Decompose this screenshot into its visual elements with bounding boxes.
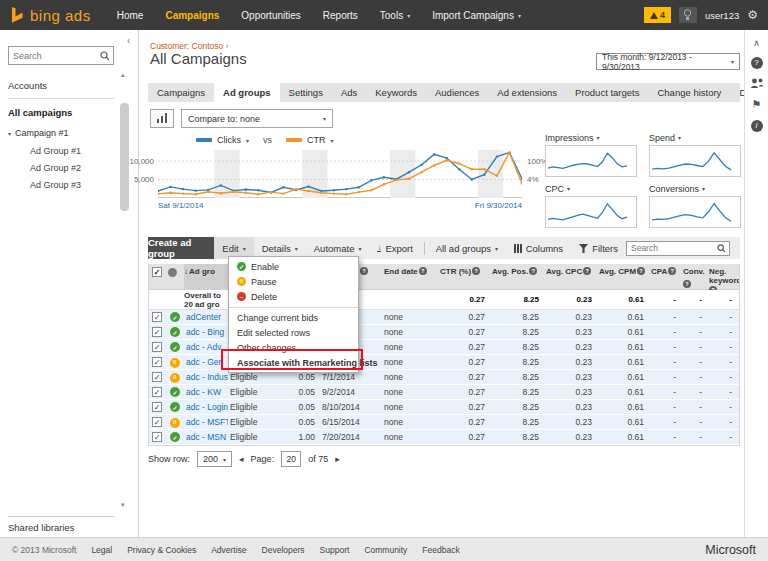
nav-home[interactable]: Home	[117, 10, 144, 21]
page-number-input[interactable]: 20	[281, 451, 301, 467]
help-icon[interactable]: ?	[709, 286, 717, 290]
tab-keywords[interactable]: Keywords	[366, 83, 426, 102]
sidebar-item-shared-libraries[interactable]: Shared libraries	[8, 522, 75, 533]
sidebar-search-input[interactable]	[9, 51, 100, 61]
scrollbar-up-icon[interactable]: ▴	[121, 71, 125, 79]
footer-link-advertise[interactable]: Advertise	[211, 545, 246, 555]
export-button[interactable]: ↓Export	[369, 237, 420, 259]
columns-button[interactable]: Columns	[506, 237, 571, 259]
menu-item-edit-selected-rows[interactable]: Edit selected rows	[229, 325, 358, 340]
sidebar-item-ad-group-1[interactable]: Ad Group #1	[30, 143, 81, 160]
ad-group-link[interactable]: adc - MSFT	[184, 417, 228, 427]
help-icon[interactable]: ?	[529, 267, 537, 275]
sidebar-item-ad-group-2[interactable]: Ad Group #2	[30, 160, 81, 177]
column-header-ctr[interactable]: CTR (%) ?	[440, 264, 492, 290]
tab-ads[interactable]: Ads	[332, 83, 366, 102]
tab-ad-groups[interactable]: Ad groups	[214, 83, 280, 102]
chevron-down-icon[interactable]: ▾	[246, 137, 249, 144]
collapse-sidebar-icon[interactable]: ‹	[127, 35, 130, 46]
rows-per-page-select[interactable]: 200 ▾	[197, 451, 232, 467]
menu-item-pause[interactable]: IIPause	[229, 274, 358, 289]
footer-link-community[interactable]: Community	[364, 545, 407, 555]
flag-icon[interactable]: ⚑	[752, 98, 762, 111]
select-all-checkbox[interactable]: ✓	[152, 267, 162, 277]
sidebar-item-ad-group-3[interactable]: Ad Group #3	[30, 177, 81, 194]
info-icon[interactable]: i	[751, 120, 763, 132]
gear-icon[interactable]: ⚙	[747, 8, 758, 22]
row-checkbox[interactable]: ✓	[152, 372, 162, 382]
ad-group-link[interactable]: adc - KW	[184, 387, 228, 397]
column-header-conv[interactable]: Conv. ?	[683, 264, 709, 290]
compare-to-dropdown[interactable]: Compare to: none ▾	[181, 109, 333, 128]
tab-campaigns[interactable]: Campaigns	[148, 83, 214, 102]
help-icon[interactable]: ?	[637, 267, 645, 275]
nav-import-campaigns[interactable]: Import Campaigns▾	[432, 10, 521, 21]
row-checkbox[interactable]: ✓	[152, 312, 162, 322]
help-icon[interactable]: ?	[683, 280, 691, 288]
menu-item-associate-with-remarketing-lists[interactable]: Associate with Remarketing lists	[229, 355, 358, 370]
tab-audiences[interactable]: Audiences	[426, 83, 488, 102]
chevron-down-icon[interactable]: ▾	[331, 137, 334, 144]
tab-change-history[interactable]: Change history	[648, 83, 730, 102]
menu-item-enable[interactable]: ✓Enable	[229, 259, 358, 274]
sidebar-item-all-campaigns[interactable]: All campaigns	[8, 107, 72, 118]
sidebar-item-accounts[interactable]: Accounts	[8, 80, 47, 91]
ad-group-link[interactable]: adc - Gen	[184, 357, 228, 367]
column-header-avg-pos[interactable]: Avg. Pos. ?	[492, 264, 546, 290]
tab-ad-extensions[interactable]: Ad extensions	[488, 83, 566, 102]
help-icon[interactable]: ?	[360, 267, 368, 275]
row-checkbox[interactable]: ✓	[152, 402, 162, 412]
sidebar-item-campaign-1[interactable]: ▾ Campaign #1	[8, 128, 69, 138]
alerts-badge[interactable]: 4	[644, 7, 671, 23]
help-icon[interactable]: ?	[472, 267, 480, 275]
row-checkbox[interactable]: ✓	[152, 417, 162, 427]
username-label[interactable]: user123	[705, 10, 739, 21]
mini-chart-metric-impressions[interactable]: Impressions ▾	[545, 132, 637, 143]
nav-tools[interactable]: Tools▾	[380, 10, 410, 21]
column-header-ad-group[interactable]: ↓ Ad gro	[184, 264, 230, 290]
legend-metric-2[interactable]: CTR	[307, 135, 326, 145]
column-header-avg-cpc[interactable]: Avg. CPC ?	[546, 264, 599, 290]
ad-group-link[interactable]: adc - MSN	[184, 432, 228, 442]
people-icon[interactable]	[750, 78, 764, 89]
search-icon[interactable]	[717, 244, 726, 253]
legend-metric-1[interactable]: Clicks	[217, 135, 241, 145]
mini-chart-metric-conversions[interactable]: Conversions ▾	[649, 183, 741, 194]
prev-page-icon[interactable]: ◂	[239, 454, 244, 464]
column-header-avg-cpm[interactable]: Avg. CPM ?	[599, 264, 651, 290]
row-checkbox[interactable]: ✓	[152, 357, 162, 367]
row-checkbox[interactable]: ✓	[152, 432, 162, 442]
create-ad-group-button[interactable]: Create ad group	[148, 237, 214, 259]
chart-toggle-button[interactable]	[150, 109, 174, 128]
column-header-neg-keywords[interactable]: Neg. keywords ?	[709, 264, 739, 290]
menu-item-other-changes[interactable]: Other changes	[229, 340, 358, 355]
mini-chart-metric-spend[interactable]: Spend ▾	[649, 132, 741, 143]
tab-product-targets[interactable]: Product targets	[566, 83, 648, 102]
row-checkbox[interactable]: ✓	[152, 327, 162, 337]
ad-group-link[interactable]: adCenter	[184, 312, 228, 322]
row-checkbox[interactable]: ✓	[152, 342, 162, 352]
search-icon[interactable]	[100, 51, 110, 61]
column-header-end-date[interactable]: End date ?	[384, 264, 440, 290]
ad-group-link[interactable]: adc - Login	[184, 402, 228, 412]
help-icon[interactable]: ?	[751, 57, 763, 69]
ideas-button[interactable]	[679, 7, 697, 23]
scrollbar-down-icon[interactable]: ▾	[121, 501, 125, 509]
footer-link-developers[interactable]: Developers	[262, 545, 305, 555]
footer-link-legal[interactable]: Legal	[91, 545, 112, 555]
ad-group-link[interactable]: adc - Adv	[184, 342, 228, 352]
menu-item-change-current-bids[interactable]: Change current bids	[229, 307, 358, 325]
footer-link-feedback[interactable]: Feedback	[422, 545, 459, 555]
nav-opportunities[interactable]: Opportunities	[241, 10, 300, 21]
ad-group-link[interactable]: adc - Industry	[184, 372, 228, 382]
menu-item-delete[interactable]: –Delete	[229, 289, 358, 304]
help-icon[interactable]: ?	[668, 267, 676, 275]
tree-expand-icon[interactable]: ▾	[8, 130, 11, 137]
chevron-up-icon[interactable]: ∧	[753, 38, 760, 48]
row-checkbox[interactable]: ✓	[152, 387, 162, 397]
filters-button[interactable]: Filters	[571, 237, 626, 259]
date-range-selector[interactable]: This month: 9/12/2013 - 9/30/2013 ▾	[596, 53, 740, 70]
ad-group-link[interactable]: adc - Bing	[184, 327, 228, 337]
help-icon[interactable]: ?	[419, 267, 427, 275]
nav-reports[interactable]: Reports	[323, 10, 358, 21]
